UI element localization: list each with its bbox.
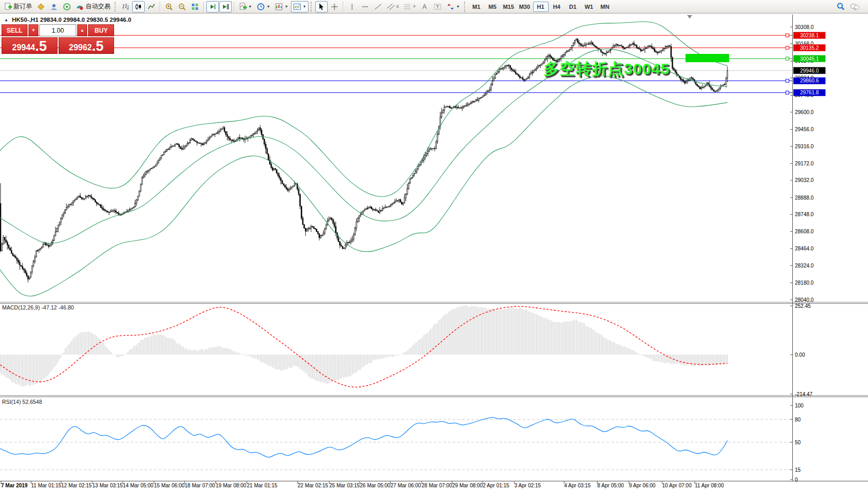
- one-click-trade-panel: SELL ▼ ▲ BUY 29944 .5 29962 .5: [2, 24, 114, 54]
- buy-price-box[interactable]: 29962 .5: [59, 37, 115, 54]
- new-order-label: 新订单: [13, 2, 32, 11]
- tile-windows-icon: [191, 3, 199, 11]
- highlight-rectangle: [685, 54, 729, 62]
- rsi-scale-label: 80: [795, 417, 801, 423]
- timeframe-w1-button[interactable]: W1: [581, 2, 597, 12]
- support-button[interactable]: [48, 1, 60, 12]
- crosshair-icon: [330, 3, 339, 11]
- time-axis-label: 11 Apr 08:00: [695, 483, 724, 488]
- level-anchor-square: [786, 46, 789, 49]
- auto-trading-label: 自动交易: [86, 2, 110, 11]
- price-tick-label: 28324.0: [795, 263, 814, 269]
- timeframe-d1-button[interactable]: D1: [565, 2, 581, 12]
- time-axis-label: 2 Apr 01:15: [483, 483, 510, 488]
- periods-button[interactable]: ▼: [255, 1, 272, 12]
- sell-button[interactable]: SELL: [2, 24, 27, 36]
- profiles-button[interactable]: ▼: [291, 1, 309, 12]
- panel-collapse-icon[interactable]: ▲: [4, 18, 8, 22]
- level-anchor-square: [786, 34, 789, 37]
- zoom-in-button[interactable]: [163, 1, 175, 12]
- chevron-down-icon: ▼: [248, 5, 252, 8]
- chart-annotation-text: 多空转折点30045: [543, 59, 669, 80]
- broadcast-button[interactable]: [61, 1, 73, 12]
- arrows-button[interactable]: ▼: [444, 1, 462, 12]
- time-axis-label: 14 Mar 05:00: [123, 483, 153, 488]
- fibonacci-button[interactable]: F: [401, 1, 417, 12]
- timeframe-h4-button[interactable]: H4: [549, 2, 565, 12]
- volume-input[interactable]: [39, 24, 76, 36]
- timeframe-mn-button[interactable]: MN: [597, 2, 613, 12]
- crosshair-button[interactable]: [328, 1, 341, 12]
- cursor-icon: [317, 3, 326, 11]
- chart-title-overlay: ▲ HK50-,H1 29834.0 29984.0 29830.5 29946…: [4, 17, 131, 23]
- styler-button[interactable]: [35, 1, 47, 12]
- time-axis-label: 29 Mar 08:00: [452, 483, 483, 488]
- broadcast-icon: [63, 3, 71, 11]
- time-axis-label: 8 Apr 05:00: [597, 483, 624, 488]
- chart-ohlc-title: HK50-,H1 29834.0 29984.0 29830.5 29946.0: [12, 17, 131, 23]
- price-tag-label: 30135.2: [800, 45, 819, 51]
- toolbar-grip: [464, 2, 467, 12]
- indicators-icon: [239, 3, 247, 10]
- line-chart-button[interactable]: [145, 1, 158, 12]
- toolbar-grip: [311, 2, 313, 12]
- macd-scale-label: 252.45: [795, 303, 811, 309]
- level-anchor-square: [786, 91, 789, 94]
- time-axis-label: 12 Mar 02:15: [61, 483, 92, 488]
- timeframe-m15-button[interactable]: M15: [501, 2, 516, 12]
- timeframe-h1-button[interactable]: H1: [533, 2, 549, 12]
- timeframe-m30-button[interactable]: M30: [517, 2, 533, 12]
- vertical-line-button[interactable]: [346, 1, 358, 12]
- bar-chart-button[interactable]: [119, 1, 132, 12]
- zoom-out-button[interactable]: [176, 1, 188, 12]
- sell-price-box[interactable]: 29944 .5: [2, 37, 58, 54]
- toolbar-separator: [234, 2, 235, 12]
- horizontal-line-icon: [361, 3, 369, 11]
- time-axis-label: 3 Apr 02:15: [514, 483, 541, 488]
- text-label-icon: T: [433, 3, 442, 11]
- price-tick-label: 29456.0: [795, 126, 814, 132]
- chart-shift-icon: [221, 3, 230, 11]
- timeframe-m1-button[interactable]: M1: [469, 2, 484, 12]
- line-chart-icon: [147, 3, 156, 11]
- new-order-button[interactable]: 新订单: [2, 1, 34, 12]
- fibo-letter: F: [413, 5, 415, 8]
- fibonacci-icon: [403, 3, 412, 11]
- price-chart-canvas[interactable]: 30308.030168.030024.029884.029740.029600…: [0, 0, 868, 492]
- auto-scroll-button[interactable]: [206, 1, 219, 12]
- indicators-button[interactable]: ▼: [237, 1, 254, 12]
- volume-increase-button[interactable]: ▲: [77, 24, 87, 36]
- search-button[interactable]: [834, 1, 847, 12]
- text-label-button[interactable]: T: [431, 1, 444, 12]
- chevron-down-icon: ▼: [267, 5, 270, 8]
- horizontal-line-button[interactable]: [359, 1, 371, 12]
- trendline-button[interactable]: [372, 1, 384, 12]
- price-tick-label: 29316.0: [795, 144, 814, 149]
- auto-trading-icon: [76, 3, 84, 11]
- text-button[interactable]: A: [418, 1, 431, 12]
- price-tick-label: 28608.0: [795, 229, 814, 234]
- equidistant-channel-icon: [387, 3, 395, 11]
- price-tick-label: 28040.0: [795, 297, 814, 303]
- price-tick-label: 28748.0: [795, 212, 814, 217]
- channel-letter: E: [397, 5, 399, 8]
- toolbar-separator: [343, 2, 344, 12]
- volume-decrease-button[interactable]: ▼: [29, 24, 38, 36]
- templates-button[interactable]: ▼: [273, 1, 290, 12]
- auto-trading-button[interactable]: 自动交易: [74, 1, 113, 12]
- channel-button[interactable]: E: [385, 1, 401, 12]
- buy-button[interactable]: BUY: [88, 24, 114, 36]
- timeframe-m5-button[interactable]: M5: [485, 2, 500, 12]
- sell-price-frac: .5: [35, 40, 47, 53]
- time-axis-label: 27 Mar 06:00: [390, 483, 421, 488]
- cursor-button[interactable]: [315, 1, 328, 12]
- time-axis-label: 18 Mar 07:00: [185, 483, 215, 488]
- candlestick-chart-button[interactable]: [132, 1, 145, 12]
- tile-windows-button[interactable]: [189, 1, 201, 12]
- vertical-line-icon: [348, 3, 356, 11]
- chart-shift-button[interactable]: [219, 1, 232, 12]
- rsi-scale-label: 15: [795, 467, 801, 473]
- price-tick-label: 29600.0: [795, 109, 814, 115]
- chat-button[interactable]: [848, 1, 862, 12]
- sell-price-main: 29944: [12, 43, 35, 53]
